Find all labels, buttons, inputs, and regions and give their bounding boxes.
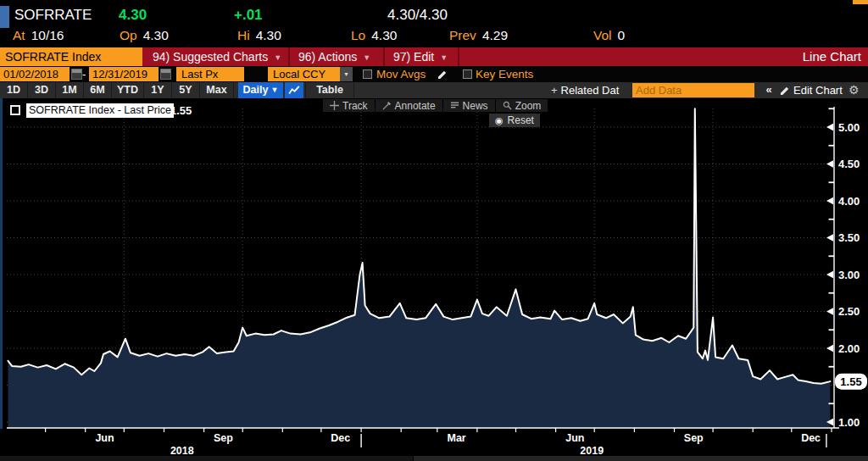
- screen-title: Line Chart: [803, 47, 861, 66]
- pencil-icon[interactable]: [437, 69, 448, 80]
- quote-field-at: At10/16: [13, 28, 64, 43]
- pencil-icon: [780, 85, 791, 96]
- svg-text:2.00: 2.00: [838, 342, 860, 355]
- plus-icon: +: [551, 84, 558, 97]
- svg-text:2019: 2019: [580, 445, 604, 457]
- news-icon: [450, 101, 459, 110]
- svg-text:5.00: 5.00: [838, 121, 860, 134]
- legend-checkbox[interactable]: [10, 105, 20, 115]
- svg-text:4.00: 4.00: [838, 195, 860, 208]
- frequency-selector[interactable]: Daily▼: [238, 82, 283, 98]
- svg-text:Mar: Mar: [447, 432, 465, 444]
- price-chart[interactable]: 1.002.002.503.003.504.004.505.001.55JunS…: [0, 98, 868, 461]
- svg-text:3.50: 3.50: [838, 231, 860, 244]
- tab-1d[interactable]: 1D: [0, 82, 28, 98]
- line-chart-icon: [288, 85, 300, 96]
- key-events-label: Key Events: [476, 68, 533, 81]
- tab-1y[interactable]: 1Y: [144, 82, 172, 98]
- edit-chart-button[interactable]: Edit Chart: [793, 82, 843, 98]
- reset-icon: ◉: [495, 115, 504, 126]
- menu-suggested-charts[interactable]: 94) Suggested Charts▼: [144, 47, 290, 66]
- currency-dropdown-arrow[interactable]: ▼: [340, 67, 353, 81]
- menu-bar: SOFRRATE Index 94) Suggested Charts▼ 96)…: [0, 47, 868, 66]
- menu-actions[interactable]: 96) Actions▼: [290, 47, 385, 66]
- related-data-button[interactable]: +Related Dat: [551, 82, 619, 98]
- chart-tools-strip: Track Annotate News Zoom: [323, 99, 548, 112]
- price-change: +.01: [234, 7, 263, 24]
- news-button[interactable]: News: [443, 99, 496, 112]
- chart-toolbar: 01/02/2018 - 12/31/2019 Last Px Local CC…: [0, 66, 868, 82]
- chevron-down-icon: ▼: [270, 86, 278, 94]
- line-chart-type-button[interactable]: [285, 82, 303, 98]
- svg-text:Jun: Jun: [565, 432, 584, 444]
- bloomberg-terminal-screen: SOFRRATE 4.30 +.01 4.30/4.30 At10/16 Op4…: [0, 0, 868, 461]
- quote-field-open: Op4.30: [120, 28, 169, 43]
- svg-text:1.00: 1.00: [838, 416, 860, 429]
- add-data-input[interactable]: [632, 83, 754, 97]
- tab-6m[interactable]: 6M: [84, 82, 112, 98]
- svg-text:Dec: Dec: [801, 432, 821, 444]
- gear-icon[interactable]: ⚙: [849, 82, 860, 98]
- corner-marker: [853, 0, 868, 4]
- quote-field-prev: Prev4.29: [449, 28, 508, 43]
- calendar-icon[interactable]: [160, 69, 171, 80]
- chart-area: 1.002.002.503.003.504.004.505.001.55JunS…: [0, 98, 868, 461]
- legend-last-value: 1.55: [170, 104, 192, 117]
- tab-3d[interactable]: 3D: [28, 82, 56, 98]
- svg-text:4.50: 4.50: [838, 158, 860, 170]
- quote-field-volume: Vol0: [593, 28, 625, 43]
- collapse-panel-button[interactable]: «: [760, 82, 777, 98]
- security-field[interactable]: SOFRRATE Index: [0, 47, 142, 66]
- quote-field-high: Hi4.30: [237, 28, 281, 43]
- svg-text:2018: 2018: [170, 445, 194, 457]
- chevron-down-icon: ▼: [440, 53, 448, 62]
- currency-selector[interactable]: Local CCY: [268, 67, 340, 81]
- period-tab-bar: 1D 3D 1M 6M YTD 1Y 5Y Max Daily▼ Table +…: [0, 82, 868, 98]
- menu-edit[interactable]: 97) Edit▼: [385, 47, 459, 66]
- annotate-button[interactable]: Annotate: [376, 99, 443, 112]
- bottom-strip-right: [414, 456, 868, 461]
- svg-text:Jun: Jun: [95, 432, 114, 444]
- bid-ask: 4.30/4.30: [387, 7, 448, 24]
- svg-text:3.00: 3.00: [838, 269, 860, 281]
- svg-text:Dec: Dec: [331, 432, 350, 444]
- chevron-down-icon: ▼: [274, 53, 281, 62]
- svg-text:Sep: Sep: [684, 432, 704, 444]
- end-date-field[interactable]: 12/31/2019: [89, 67, 159, 81]
- tab-1m[interactable]: 1M: [56, 82, 84, 98]
- x-axis-labels: JunSepDecMarJunSepDec20182019: [46, 428, 832, 457]
- last-price: 4.30: [119, 7, 147, 24]
- ticker-symbol: SOFRRATE: [14, 7, 92, 24]
- chevron-down-icon: ▼: [363, 53, 370, 62]
- calendar-icon[interactable]: [71, 69, 82, 80]
- start-date-field[interactable]: 01/02/2018: [0, 67, 70, 81]
- mov-avgs-label: Mov Avgs: [376, 68, 426, 81]
- svg-text:2.50: 2.50: [838, 305, 860, 318]
- last-price-badge: 1.55: [835, 374, 867, 390]
- price-field-selector[interactable]: Last Px: [176, 67, 244, 81]
- tab-5y[interactable]: 5Y: [172, 82, 200, 98]
- zoom-button[interactable]: Zoom: [496, 99, 548, 112]
- quote-bar: SOFRRATE 4.30 +.01 4.30/4.30 At10/16 Op4…: [0, 0, 868, 47]
- svg-text:1.55: 1.55: [840, 375, 861, 388]
- date-separator: -: [82, 67, 86, 81]
- panel-grab-handle[interactable]: [0, 6, 9, 28]
- crosshair-icon: [330, 101, 339, 110]
- track-button[interactable]: Track: [323, 99, 376, 112]
- tab-table[interactable]: Table: [305, 82, 354, 98]
- tab-max[interactable]: Max: [200, 82, 234, 98]
- magnifier-icon: [503, 101, 512, 110]
- area-fill: [8, 108, 831, 428]
- annotate-pencil-icon: [382, 101, 392, 110]
- mov-avgs-checkbox[interactable]: [363, 69, 372, 79]
- tab-ytd[interactable]: YTD: [112, 82, 144, 98]
- quote-field-low: Lo4.30: [351, 28, 397, 43]
- reset-zoom-button[interactable]: ◉ Reset: [489, 114, 540, 127]
- legend-series-label[interactable]: SOFRRATE Index - Last Price: [26, 103, 174, 118]
- svg-text:Sep: Sep: [214, 432, 233, 444]
- key-events-checkbox[interactable]: [463, 69, 472, 79]
- bottom-strip-left: [0, 456, 413, 461]
